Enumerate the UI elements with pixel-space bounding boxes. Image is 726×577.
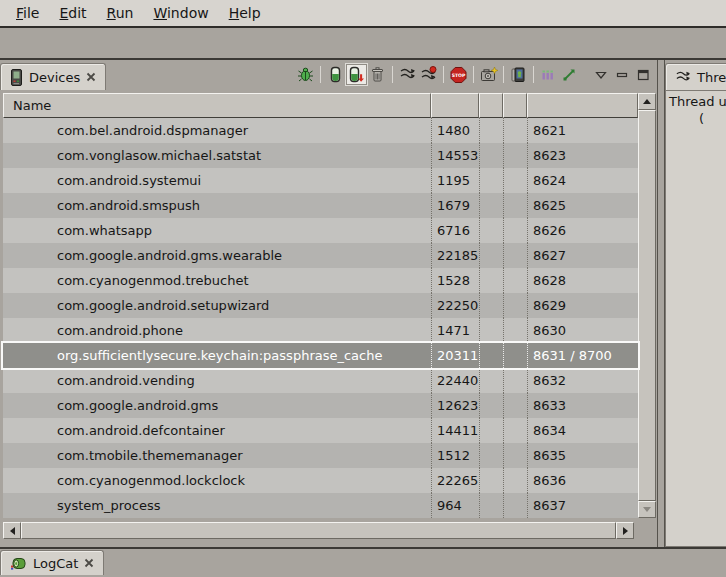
cell-c2 (503, 468, 527, 493)
scroll-right-button[interactable] (616, 522, 634, 539)
close-icon[interactable] (86, 72, 96, 82)
update-threads-icon[interactable] (397, 64, 418, 85)
cell-name: com.android.vending (3, 368, 431, 393)
cell-c2 (503, 118, 527, 143)
toolbar-separator (503, 66, 504, 83)
menu-bar: File Edit Run Window Help (0, 0, 726, 28)
table-row[interactable]: com.google.android.setupwizard222508629 (3, 293, 638, 318)
table-row[interactable]: com.android.defcontainer144118634 (3, 418, 638, 443)
vertical-scrollbar[interactable] (638, 93, 656, 518)
devices-view: Devices (0, 60, 658, 547)
logcat-view: LogCat (0, 547, 726, 575)
tab-devices[interactable]: Devices (0, 63, 106, 90)
menu-file[interactable]: File (6, 2, 49, 24)
maximize-icon[interactable] (632, 64, 653, 85)
dump-hprof-icon[interactable] (346, 64, 367, 85)
cell-c1 (479, 243, 503, 268)
cell-pid: 1679 (431, 193, 479, 218)
table-row[interactable]: com.cyanogenmod.lockclock222658636 (3, 468, 638, 493)
cell-name: com.android.defcontainer (3, 418, 431, 443)
menu-run[interactable]: Run (97, 2, 144, 24)
column-header-pid[interactable] (431, 93, 479, 118)
cell-port: 8629 (527, 293, 638, 318)
cell-name: com.android.systemui (3, 168, 431, 193)
table-row[interactable]: org.sufficientlysecure.keychain:passphra… (3, 343, 638, 368)
toolbar-separator (443, 66, 444, 83)
table-row[interactable]: com.cyanogenmod.trebuchet15288628 (3, 268, 638, 293)
cell-c2 (503, 443, 527, 468)
cell-port: 8626 (527, 218, 638, 243)
cell-pid: 14553 (431, 143, 479, 168)
horizontal-scrollbar[interactable] (3, 522, 634, 539)
tab-threads[interactable]: Threads (665, 63, 726, 90)
toolbar-separator (473, 66, 474, 83)
cell-name: com.android.smspush (3, 193, 431, 218)
cell-c2 (503, 143, 527, 168)
scroll-up-button[interactable] (638, 93, 656, 110)
cell-c2 (503, 268, 527, 293)
column-header-port[interactable] (527, 93, 638, 118)
view-menu-icon[interactable] (590, 64, 611, 85)
threads-message: Thread up ( (665, 90, 726, 547)
cell-pid: 22185 (431, 243, 479, 268)
debug-icon[interactable] (295, 64, 316, 85)
cell-c2 (503, 243, 527, 268)
menu-window[interactable]: Window (143, 2, 218, 24)
minimize-icon[interactable] (611, 64, 632, 85)
column-header-c2[interactable] (503, 93, 527, 118)
cell-c1 (479, 293, 503, 318)
cell-port: 8628 (527, 268, 638, 293)
table-row[interactable]: com.tmobile.thememanager15128635 (3, 443, 638, 468)
cell-port: 8627 (527, 243, 638, 268)
cell-pid: 964 (431, 493, 479, 518)
cell-pid: 22440 (431, 368, 479, 393)
close-icon[interactable] (84, 558, 94, 568)
screen-capture-icon[interactable] (478, 64, 499, 85)
cell-pid: 1471 (431, 318, 479, 343)
tab-devices-label: Devices (29, 70, 80, 85)
menu-edit[interactable]: Edit (49, 2, 96, 24)
update-heap-icon[interactable] (325, 64, 346, 85)
vertical-scroll-thumb[interactable] (638, 110, 656, 501)
table-row[interactable]: com.android.smspush16798625 (3, 193, 638, 218)
systrace-icon[interactable] (538, 64, 559, 85)
cell-c2 (503, 218, 527, 243)
menu-help[interactable]: Help (219, 2, 271, 24)
cell-port: 8630 (527, 318, 638, 343)
scroll-left-button[interactable] (3, 522, 21, 539)
table-row[interactable]: com.android.vending224408632 (3, 368, 638, 393)
opengl-trace-icon[interactable] (559, 64, 580, 85)
table-row[interactable]: com.google.android.gms.wearable221858627 (3, 243, 638, 268)
cause-gc-icon[interactable] (367, 64, 388, 85)
start-method-profiling-icon[interactable] (418, 64, 439, 85)
table-row[interactable]: com.google.android.gms126238633 (3, 393, 638, 418)
table-row[interactable]: system_process9648637 (3, 493, 638, 518)
main-toolbar (0, 28, 726, 60)
table-row[interactable]: com.android.systemui11958624 (3, 168, 638, 193)
table-row[interactable]: com.vonglasow.michael.satstat145538623 (3, 143, 638, 168)
multi-device-capture-icon[interactable] (508, 64, 529, 85)
column-header-name[interactable]: Name (3, 93, 431, 118)
table-row[interactable]: com.bel.android.dspmanager14808621 (3, 118, 638, 143)
cell-c2 (503, 168, 527, 193)
cell-port: 8623 (527, 143, 638, 168)
cell-c2 (503, 368, 527, 393)
cell-port: 8632 (527, 368, 638, 393)
pane-divider[interactable] (658, 60, 665, 547)
cell-name: com.bel.android.dspmanager (3, 118, 431, 143)
tab-logcat[interactable]: LogCat (0, 550, 104, 575)
cell-pid: 12623 (431, 393, 479, 418)
devices-tabbar: Devices (0, 60, 657, 90)
column-header-c1[interactable] (479, 93, 503, 118)
scroll-down-button[interactable] (638, 501, 656, 518)
table-row[interactable]: com.android.phone14718630 (3, 318, 638, 343)
cell-c2 (503, 193, 527, 218)
cell-name: com.cyanogenmod.trebuchet (3, 268, 431, 293)
cell-c1 (479, 468, 503, 493)
cell-c2 (503, 318, 527, 343)
table-row[interactable]: com.whatsapp67168626 (3, 218, 638, 243)
horizontal-scroll-thumb[interactable] (21, 522, 616, 539)
stop-process-icon[interactable]: STOP (448, 64, 469, 85)
cell-port: 8634 (527, 418, 638, 443)
cell-pid: 22265 (431, 468, 479, 493)
